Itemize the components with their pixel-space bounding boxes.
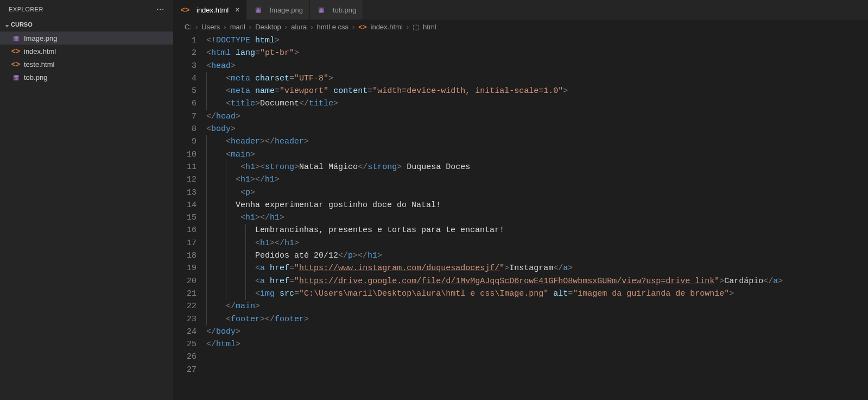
breadcrumbs[interactable]: C:›Users›maril›Desktop›alura›hmtl e css›…: [174, 20, 868, 34]
line-number: 17: [174, 237, 197, 249]
file-item[interactable]: <>index.html: [0, 45, 173, 58]
file-item[interactable]: ▦Image.png: [0, 32, 173, 45]
line-number: 9: [174, 135, 197, 148]
code-line[interactable]: <img src="C:\Users\maril\Desktop\alura\h…: [206, 288, 868, 300]
close-icon[interactable]: ×: [235, 5, 239, 14]
line-number: 27: [174, 364, 197, 376]
code-line[interactable]: <head>: [206, 60, 868, 72]
code-line[interactable]: <h1><strong>Natal Mágico</strong> Duques…: [206, 161, 868, 173]
code-line[interactable]: <footer></footer>: [206, 313, 868, 326]
image-icon: ▦: [11, 72, 21, 82]
code-line[interactable]: <body>: [206, 123, 868, 135]
main-area: <>index.html×▦Image.png▦tob.png C:›Users…: [174, 0, 868, 400]
file-label: Image.png: [24, 34, 57, 42]
line-number: 3: [174, 60, 197, 72]
breadcrumb-item[interactable]: Desktop: [255, 23, 281, 31]
code-line[interactable]: <a href="https://drive.google.com/file/d…: [206, 275, 868, 288]
breadcrumb-item[interactable]: html: [423, 23, 436, 31]
breadcrumb-separator: ›: [407, 23, 409, 31]
code-line[interactable]: <p>: [206, 186, 868, 199]
code-line[interactable]: [206, 351, 868, 363]
code-line[interactable]: <title>Document</title>: [206, 97, 868, 110]
line-number: 19: [174, 262, 197, 274]
breadcrumb-separator: ›: [352, 23, 354, 31]
line-number: 6: [174, 97, 197, 110]
line-number: 10: [174, 148, 197, 161]
folder-header[interactable]: ⌄ CURSO: [0, 18, 173, 30]
folder-name: CURSO: [11, 21, 33, 28]
code-line[interactable]: Lembrancinhas, presentes e tortas para t…: [206, 224, 868, 236]
image-icon: ▦: [316, 5, 326, 15]
tab-label: index.html: [197, 6, 229, 14]
symbol-icon: ⬚: [413, 23, 419, 31]
html-icon: <>: [11, 46, 21, 56]
explorer-header: EXPLORER ···: [0, 0, 173, 18]
line-number: 26: [174, 351, 197, 363]
line-number: 13: [174, 186, 197, 199]
breadcrumb-separator: ›: [249, 23, 251, 31]
file-list: ▦Image.png<>index.html<>teste.html▦tob.p…: [0, 30, 173, 84]
breadcrumb-separator: ›: [195, 23, 198, 31]
line-number: 21: [174, 288, 197, 300]
line-number: 24: [174, 326, 197, 338]
chevron-down-icon: ⌄: [3, 21, 11, 28]
breadcrumb-separator: ›: [311, 23, 313, 31]
tab[interactable]: <>index.html×: [174, 0, 246, 20]
code-line[interactable]: <meta name="viewport" content="width=dev…: [206, 85, 868, 97]
tab[interactable]: ▦tob.png: [310, 0, 363, 20]
file-label: teste.html: [24, 60, 54, 68]
code-line[interactable]: </html>: [206, 338, 868, 351]
code-line[interactable]: Pedidos até 20/12</p></h1>: [206, 249, 868, 262]
breadcrumb-item[interactable]: C:: [185, 23, 192, 31]
tab-label: Image.png: [269, 6, 302, 14]
image-icon: ▦: [11, 33, 21, 43]
explorer-sidebar: EXPLORER ··· ⌄ CURSO ▦Image.png<>index.h…: [0, 0, 174, 400]
breadcrumb-item[interactable]: hmtl e css: [316, 23, 349, 31]
line-number: 22: [174, 300, 197, 312]
breadcrumb-item[interactable]: alura: [291, 23, 307, 31]
breadcrumb-item[interactable]: index.html: [371, 23, 403, 31]
line-number: 12: [174, 173, 197, 186]
line-number: 20: [174, 275, 197, 288]
code-line[interactable]: [206, 364, 868, 376]
code-line[interactable]: <h1></h1>: [206, 211, 868, 224]
line-number: 4: [174, 72, 197, 85]
file-item[interactable]: ▦tob.png: [0, 71, 173, 84]
code-line[interactable]: <h1></h1>: [206, 237, 868, 249]
breadcrumb-item[interactable]: maril: [230, 23, 245, 31]
code-line[interactable]: <h1></h1>: [206, 173, 868, 186]
file-item[interactable]: <>teste.html: [0, 58, 173, 71]
line-number: 2: [174, 47, 197, 59]
line-number: 14: [174, 199, 197, 211]
code-line[interactable]: <html lang="pt-br">: [206, 47, 868, 59]
code-line[interactable]: </head>: [206, 110, 868, 123]
line-number: 15: [174, 211, 197, 224]
line-number: 7: [174, 110, 197, 123]
code-line[interactable]: <header></header>: [206, 135, 868, 148]
editor[interactable]: 1234567891011121314151617181920212223242…: [174, 34, 868, 400]
html-icon: <>: [180, 5, 190, 15]
code-line[interactable]: Venha experimentar gostinho doce do Nata…: [206, 199, 868, 211]
line-number: 5: [174, 85, 197, 97]
file-label: index.html: [24, 47, 56, 55]
code-line[interactable]: <main>: [206, 148, 868, 161]
html-icon: <>: [358, 23, 366, 31]
breadcrumb-item[interactable]: Users: [201, 23, 220, 31]
tabs-bar: <>index.html×▦Image.png▦tob.png: [174, 0, 868, 20]
line-number: 8: [174, 123, 197, 135]
explorer-more-icon[interactable]: ···: [156, 4, 164, 14]
code-line[interactable]: </main>: [206, 300, 868, 312]
line-number: 25: [174, 338, 197, 351]
file-label: tob.png: [24, 73, 47, 82]
breadcrumb-separator: ›: [285, 23, 287, 31]
code-area[interactable]: <!DOCTYPE html><html lang="pt-br"><head>…: [206, 34, 868, 400]
code-line[interactable]: <!DOCTYPE html>: [206, 34, 868, 47]
code-line[interactable]: <a href="https://www.instagram.com/duque…: [206, 262, 868, 274]
code-line[interactable]: </body>: [206, 326, 868, 338]
tab-label: tob.png: [333, 6, 356, 14]
tab[interactable]: ▦Image.png: [246, 0, 309, 20]
html-icon: <>: [11, 59, 21, 69]
code-line[interactable]: <meta charset="UTF-8">: [206, 72, 868, 85]
image-icon: ▦: [253, 5, 263, 15]
breadcrumb-separator: ›: [224, 23, 226, 31]
